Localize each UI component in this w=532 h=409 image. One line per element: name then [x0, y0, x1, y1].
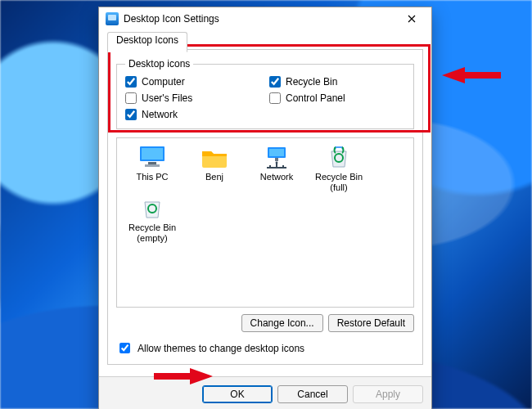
checkbox-users-files[interactable]: User's Files	[125, 92, 261, 104]
checkbox-label: Computer	[142, 76, 185, 88]
tab-panel: Desktop icons Computer Recycle Bin User'…	[107, 50, 423, 365]
checkbox-control-panel[interactable]: Control Panel	[269, 92, 405, 104]
window-title: Desktop Icon Settings	[124, 13, 397, 25]
preview-item-recycle-bin-empty[interactable]: Recycle Bin (empty)	[122, 196, 183, 243]
preview-item-user-folder[interactable]: Benj	[184, 145, 245, 192]
close-icon	[408, 15, 416, 23]
dialog-content: Desktop Icons Desktop icons Computer Rec…	[99, 32, 431, 368]
checkbox-grid: Computer Recycle Bin User's Files Contro…	[125, 76, 405, 120]
checkbox-control-panel-input[interactable]	[269, 92, 281, 104]
preview-item-network[interactable]: Network	[246, 145, 307, 192]
checkbox-computer[interactable]: Computer	[125, 76, 261, 88]
svg-rect-5	[269, 149, 284, 156]
checkbox-label: User's Files	[142, 92, 192, 104]
preview-label: Recycle Bin (empty)	[122, 222, 183, 243]
recycle-bin-full-icon	[324, 145, 354, 169]
network-icon	[262, 145, 291, 169]
preview-label: Benj	[205, 172, 223, 182]
svg-rect-1	[142, 148, 163, 160]
preview-label: This PC	[136, 172, 168, 182]
cancel-button[interactable]: Cancel	[277, 385, 348, 403]
apply-button: Apply	[353, 385, 423, 403]
preview-item-recycle-bin-full[interactable]: Recycle Bin (full)	[309, 145, 369, 192]
icon-preview-list[interactable]: This PC Benj Network Recycle Bin (full) …	[116, 137, 414, 308]
checkbox-network-input[interactable]	[125, 109, 137, 120]
monitor-icon	[138, 145, 167, 169]
dialog-footer: OK Cancel Apply	[99, 376, 431, 409]
tab-label: Desktop Icons	[116, 34, 178, 46]
group-legend: Desktop icons	[125, 58, 193, 70]
change-icon-button[interactable]: Change Icon...	[241, 314, 323, 332]
checkbox-network[interactable]: Network	[125, 109, 261, 120]
svg-rect-6	[275, 158, 278, 161]
svg-rect-2	[148, 162, 156, 164]
allow-themes-input[interactable]	[119, 343, 130, 353]
recycle-bin-empty-icon	[138, 196, 167, 220]
checkbox-users-files-input[interactable]	[125, 92, 137, 104]
desktop-icons-group: Desktop icons Computer Recycle Bin User'…	[116, 58, 414, 129]
preview-label: Network	[260, 172, 293, 182]
svg-rect-3	[145, 164, 160, 167]
checkbox-label: Network	[142, 109, 178, 120]
checkbox-label: Control Panel	[286, 92, 345, 104]
app-icon	[106, 12, 119, 25]
close-button[interactable]	[397, 9, 426, 29]
checkbox-computer-input[interactable]	[125, 76, 137, 88]
tab-desktop-icons[interactable]: Desktop Icons	[107, 32, 187, 52]
desktop-icon-settings-dialog: Desktop Icon Settings Desktop Icons Desk…	[98, 7, 432, 409]
allow-themes-checkbox[interactable]: Allow themes to change desktop icons	[116, 340, 414, 356]
ok-button[interactable]: OK	[202, 385, 273, 403]
icon-button-row: Change Icon... Restore Default	[116, 314, 414, 332]
titlebar: Desktop Icon Settings	[99, 7, 431, 30]
folder-icon	[200, 145, 229, 169]
allow-themes-label: Allow themes to change desktop icons	[138, 343, 304, 354]
checkbox-recycle-bin[interactable]: Recycle Bin	[269, 76, 405, 88]
checkbox-label: Recycle Bin	[286, 76, 337, 88]
restore-default-button[interactable]: Restore Default	[328, 314, 414, 332]
svg-point-7	[276, 162, 278, 164]
checkbox-recycle-bin-input[interactable]	[269, 76, 281, 88]
preview-item-this-pc[interactable]: This PC	[122, 145, 183, 192]
preview-label: Recycle Bin (full)	[309, 172, 369, 192]
tab-strip: Desktop Icons	[107, 32, 423, 50]
